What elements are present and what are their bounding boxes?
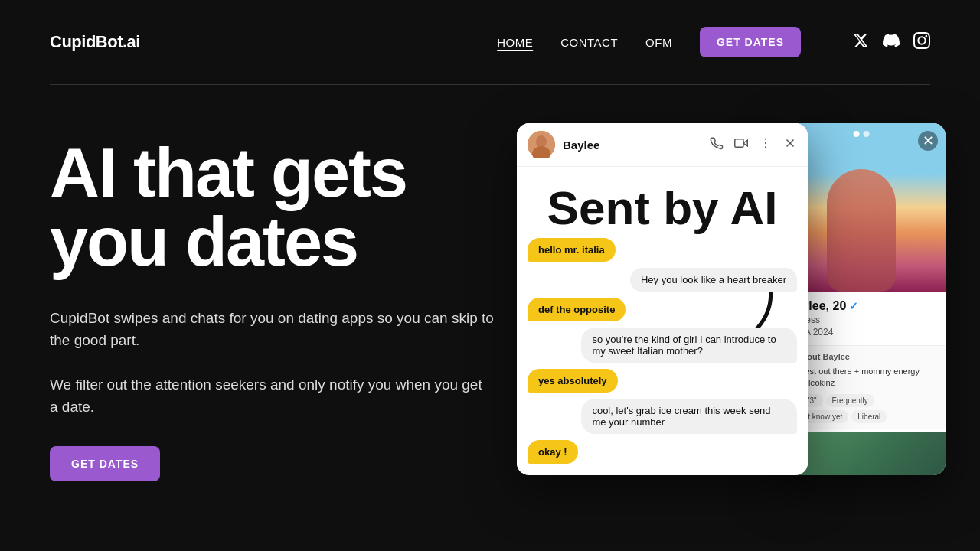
photo-dot-1 <box>854 131 860 137</box>
hero-section: AI that gets you dates CupidBot swipes a… <box>0 85 980 491</box>
video-icon[interactable] <box>734 136 748 154</box>
profile-job: waitress <box>786 315 936 325</box>
nav-contact[interactable]: CONTACT <box>560 36 618 49</box>
svg-point-7 <box>765 146 766 148</box>
verified-badge: ✓ <box>849 300 858 312</box>
twitter-icon[interactable] <box>852 32 869 53</box>
phone-icon[interactable] <box>710 136 724 154</box>
about-text: the best out there + mommy energy @bayle… <box>786 366 936 390</box>
chat-name: Baylee <box>563 139 702 152</box>
discord-icon[interactable] <box>883 32 900 53</box>
profile-name-age: Baylee, 20 ✓ <box>786 299 936 313</box>
chat-header: Baylee <box>517 123 808 167</box>
nav-home[interactable]: HOME <box>497 36 533 49</box>
chat-msg-3: def the opposite <box>528 298 626 321</box>
chat-messages: hello mr. italia Hey you look like a hea… <box>517 229 808 473</box>
hero-cta-button[interactable]: GET DATES <box>50 446 160 481</box>
profile-tags: 📏 9'3" Frequently Don't know yet Liberal <box>786 394 936 423</box>
chat-msg-4: so you're the kind of girl I can introdu… <box>581 328 797 363</box>
chat-msg-7: okay ! <box>528 440 578 464</box>
chat-msg-2: Hey you look like a heart breaker <box>630 268 797 292</box>
logo[interactable]: CupidBot.ai <box>50 32 140 52</box>
svg-point-6 <box>765 142 766 143</box>
hero-left: AI that gets you dates CupidBot swipes a… <box>50 131 494 481</box>
svg-marker-3 <box>743 140 747 146</box>
close-icon[interactable] <box>783 136 797 154</box>
profile-close-button[interactable]: ✕ <box>918 131 938 151</box>
profile-photo-dots <box>854 131 870 137</box>
more-icon[interactable] <box>759 136 773 154</box>
chat-msg-6: cool, let's grab ice cream this week sen… <box>581 399 797 434</box>
hero-right: Baylee <box>517 123 930 491</box>
chat-msg-1: hello mr. italia <box>528 238 616 262</box>
nav-cta-button[interactable]: GET DATES <box>700 27 801 57</box>
svg-point-5 <box>765 138 766 139</box>
instagram-icon[interactable] <box>913 32 930 53</box>
chat-msg-5: yes absolutely <box>528 369 618 393</box>
sent-by-ai-overlay: Sent by AI <box>517 182 808 234</box>
navbar: CupidBot.ai HOME CONTACT OFM GET DATES <box>0 0 980 84</box>
svg-point-1 <box>536 135 547 148</box>
chat-window: Baylee <box>517 123 808 475</box>
chat-avatar <box>528 131 555 158</box>
page-wrapper: CupidBot.ai HOME CONTACT OFM GET DATES A <box>0 0 980 551</box>
about-title: ♡ About Baylee <box>786 352 936 362</box>
nav-links: HOME CONTACT OFM GET DATES <box>497 27 930 57</box>
profile-tag-2: Frequently <box>826 394 874 407</box>
hero-desc2: We filter out the attention seekers and … <box>50 373 494 419</box>
svg-rect-4 <box>735 139 743 147</box>
hero-title: AI that gets you dates <box>50 139 494 276</box>
nav-social-icons <box>835 32 930 53</box>
photo-dot-2 <box>864 131 870 137</box>
chat-body: Sent by AI hello mr. italia Hey you look… <box>517 167 808 473</box>
profile-school: UCLA 2024 <box>786 327 936 337</box>
profile-tag-4: Liberal <box>851 410 887 423</box>
nav-ofm[interactable]: OFM <box>645 36 672 49</box>
chat-header-icons <box>710 136 797 154</box>
hero-desc1: CupidBot swipes and chats for you on dat… <box>50 307 494 352</box>
